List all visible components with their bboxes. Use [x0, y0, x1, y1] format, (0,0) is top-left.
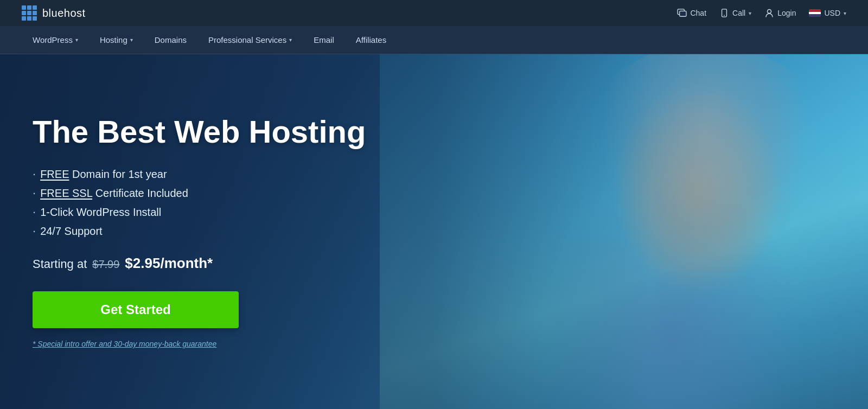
svg-point-4	[768, 10, 771, 14]
currency-chevron-icon: ▾	[844, 10, 846, 16]
hero-title: The Best Web Hosting	[33, 114, 366, 149]
hero-content: The Best Web Hosting · FREE Domain for 1…	[0, 114, 398, 349]
nav-hosting-label: Hosting	[100, 35, 127, 44]
logo-grid-icon	[22, 5, 37, 21]
brand-name: bluehost	[42, 7, 86, 20]
bullet-icon-2: ·	[33, 187, 36, 199]
hero-features-list: · FREE Domain for 1st year · FREE SSL Ce…	[33, 168, 366, 238]
feature-text-1: Domain for 1st year	[69, 168, 167, 180]
hosting-chevron-icon: ▾	[130, 37, 133, 43]
feature-highlight-2: FREE SSL	[40, 187, 92, 199]
login-link[interactable]: Login	[764, 8, 796, 18]
nav-item-professional-services[interactable]: Professional Services ▾	[197, 26, 303, 54]
feature-highlight-1: FREE	[40, 168, 69, 180]
flag-icon	[809, 9, 821, 17]
bullet-icon-1: ·	[33, 168, 36, 180]
main-nav: WordPress ▾ Hosting ▾ Domains Profession…	[0, 26, 868, 54]
bullet-icon-4: ·	[33, 225, 36, 237]
currency-label: USD	[824, 9, 840, 17]
svg-rect-1	[680, 11, 686, 16]
nav-item-wordpress[interactable]: WordPress ▾	[22, 26, 89, 54]
nav-item-hosting[interactable]: Hosting ▾	[89, 26, 144, 54]
professional-services-chevron-icon: ▾	[289, 37, 292, 43]
nav-item-email[interactable]: Email	[303, 26, 345, 54]
feature-free-ssl: · FREE SSL Certificate Included	[33, 187, 366, 200]
call-link[interactable]: Call ▾	[719, 8, 751, 18]
logo-area[interactable]: bluehost	[22, 5, 86, 21]
feature-text-3: 1-Click WordPress Install	[40, 206, 161, 219]
top-bar: bluehost Chat Call ▾	[0, 0, 868, 26]
login-label: Login	[777, 9, 796, 17]
currency-selector[interactable]: USD ▾	[809, 9, 846, 17]
wordpress-chevron-icon: ▾	[75, 37, 78, 43]
nav-item-domains[interactable]: Domains	[144, 26, 197, 54]
nav-domains-label: Domains	[155, 35, 187, 44]
chat-icon	[677, 8, 687, 18]
svg-point-3	[724, 15, 725, 16]
nav-email-label: Email	[314, 35, 334, 44]
call-label: Call	[732, 9, 745, 17]
top-bar-right: Chat Call ▾ Login USD ▾	[677, 8, 846, 18]
user-icon	[764, 8, 774, 18]
nav-professional-services-label: Professional Services	[208, 35, 286, 44]
old-price: $7.99	[92, 258, 119, 271]
chat-label: Chat	[690, 9, 706, 17]
pricing-prefix: Starting at	[33, 257, 87, 271]
phone-icon	[719, 8, 729, 18]
hero-section: The Best Web Hosting · FREE Domain for 1…	[0, 54, 868, 409]
feature-text-2: Certificate Included	[92, 187, 188, 199]
nav-item-affiliates[interactable]: Affiliates	[345, 26, 397, 54]
pricing-row: Starting at $7.99 $2.95/month*	[33, 255, 366, 272]
feature-text-4: 24/7 Support	[40, 225, 103, 238]
feature-free-domain: · FREE Domain for 1st year	[33, 168, 366, 181]
new-price: $2.95/month*	[125, 255, 213, 272]
get-started-button[interactable]: Get Started	[33, 291, 239, 328]
disclaimer-link[interactable]: * Special intro offer and 30-day money-b…	[33, 340, 216, 348]
bullet-icon-3: ·	[33, 206, 36, 218]
feature-wordpress-install: · 1-Click WordPress Install	[33, 206, 366, 219]
chat-link[interactable]: Chat	[677, 8, 706, 18]
call-chevron-icon: ▾	[749, 10, 751, 16]
nav-affiliates-label: Affiliates	[356, 35, 386, 44]
nav-wordpress-label: WordPress	[33, 35, 73, 44]
feature-support: · 24/7 Support	[33, 225, 366, 238]
